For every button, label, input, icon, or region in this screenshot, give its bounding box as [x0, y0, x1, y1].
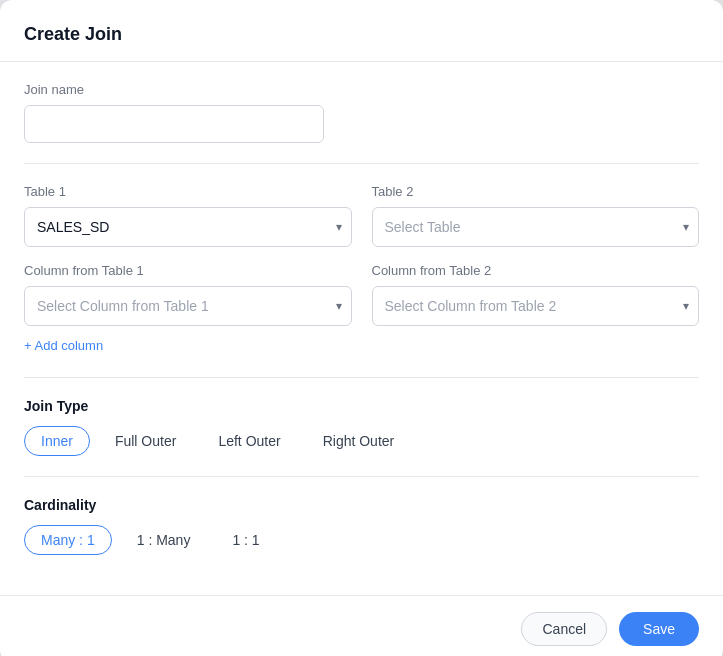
column2-select[interactable]: Select Column from Table 2 — [372, 286, 700, 326]
join-type-label: Join Type — [24, 398, 699, 414]
join-type-inner[interactable]: Inner — [24, 426, 90, 456]
add-column-button[interactable]: + Add column — [24, 334, 103, 357]
join-type-pill-group: Inner Full Outer Left Outer Right Outer — [24, 426, 699, 456]
column1-label: Column from Table 1 — [24, 263, 352, 278]
columns-row: Column from Table 1 Select Column from T… — [24, 263, 699, 326]
join-type-section: Join Type Inner Full Outer Left Outer Ri… — [24, 398, 699, 456]
divider-2 — [24, 377, 699, 378]
column2-label: Column from Table 2 — [372, 263, 700, 278]
table2-group: Table 2 Select Table ▾ — [372, 184, 700, 247]
table1-select-wrapper: SALES_SD ▾ — [24, 207, 352, 247]
divider-1 — [24, 163, 699, 164]
table2-select[interactable]: Select Table — [372, 207, 700, 247]
join-name-section: Join name — [24, 82, 699, 143]
join-name-input[interactable] — [24, 105, 324, 143]
cardinality-1-1[interactable]: 1 : 1 — [215, 525, 276, 555]
cancel-button[interactable]: Cancel — [521, 612, 607, 646]
modal-footer: Cancel Save — [0, 595, 723, 656]
table2-label: Table 2 — [372, 184, 700, 199]
cardinality-many-1[interactable]: Many : 1 — [24, 525, 112, 555]
modal-body: Join name Table 1 SALES_SD ▾ Table 2 Sel — [0, 62, 723, 595]
table1-label: Table 1 — [24, 184, 352, 199]
modal-title: Create Join — [24, 24, 699, 45]
table2-select-wrapper: Select Table ▾ — [372, 207, 700, 247]
column2-group: Column from Table 2 Select Column from T… — [372, 263, 700, 326]
cardinality-1-many[interactable]: 1 : Many — [120, 525, 208, 555]
save-button[interactable]: Save — [619, 612, 699, 646]
cardinality-section: Cardinality Many : 1 1 : Many 1 : 1 — [24, 497, 699, 555]
table1-group: Table 1 SALES_SD ▾ — [24, 184, 352, 247]
create-join-modal: Create Join Join name Table 1 SALES_SD ▾… — [0, 0, 723, 656]
table1-select[interactable]: SALES_SD — [24, 207, 352, 247]
column1-select-wrapper: Select Column from Table 1 ▾ — [24, 286, 352, 326]
column2-select-wrapper: Select Column from Table 2 ▾ — [372, 286, 700, 326]
modal-header: Create Join — [0, 0, 723, 61]
column1-select[interactable]: Select Column from Table 1 — [24, 286, 352, 326]
cardinality-label: Cardinality — [24, 497, 699, 513]
cardinality-pill-group: Many : 1 1 : Many 1 : 1 — [24, 525, 699, 555]
join-type-left-outer[interactable]: Left Outer — [201, 426, 297, 456]
join-name-label: Join name — [24, 82, 699, 97]
join-type-full-outer[interactable]: Full Outer — [98, 426, 193, 456]
tables-row: Table 1 SALES_SD ▾ Table 2 Select Table … — [24, 184, 699, 247]
column1-group: Column from Table 1 Select Column from T… — [24, 263, 352, 326]
divider-3 — [24, 476, 699, 477]
join-type-right-outer[interactable]: Right Outer — [306, 426, 412, 456]
